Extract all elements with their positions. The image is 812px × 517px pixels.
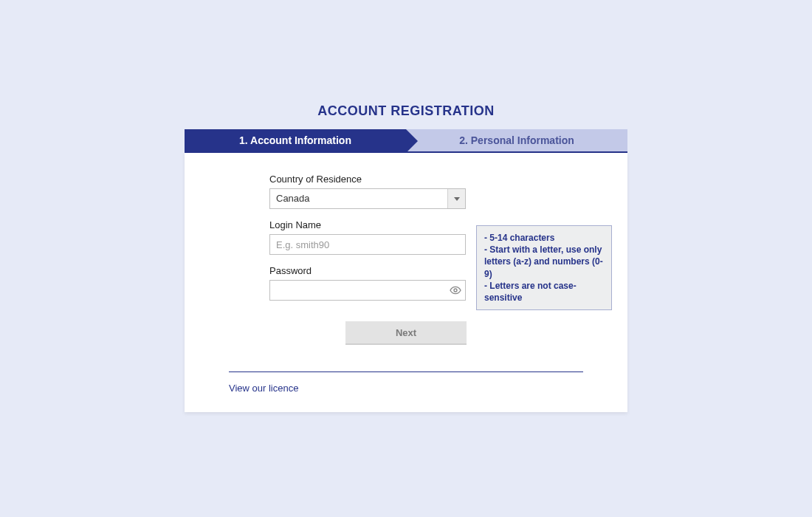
login-label: Login Name xyxy=(269,219,466,230)
login-hint-box: - 5-14 characters - Start with a letter,… xyxy=(476,225,612,310)
registration-panel: Country of Residence Canada Login Name P… xyxy=(185,153,627,412)
page-title: ACCOUNT REGISTRATION xyxy=(185,103,627,119)
step-label: 2. Personal Information xyxy=(459,134,574,146)
step-personal-information[interactable]: 2. Personal Information xyxy=(406,129,627,151)
stepper: 1. Account Information 2. Personal Infor… xyxy=(185,129,627,153)
hint-line: - Start with a letter, use only letters … xyxy=(484,244,604,280)
password-label: Password xyxy=(269,265,466,276)
step-account-information[interactable]: 1. Account Information xyxy=(185,129,406,151)
step-label: 1. Account Information xyxy=(239,134,351,146)
country-select[interactable]: Canada xyxy=(269,188,466,209)
hint-line: - 5-14 characters xyxy=(484,232,604,244)
next-button[interactable]: Next xyxy=(345,321,467,345)
eye-icon[interactable] xyxy=(450,284,461,296)
divider xyxy=(229,372,583,372)
password-input[interactable] xyxy=(269,280,466,301)
svg-point-0 xyxy=(454,289,457,292)
hint-line: - Letters are not case-sensitive xyxy=(484,280,604,304)
licence-link[interactable]: View our licence xyxy=(229,383,298,394)
country-label: Country of Residence xyxy=(269,174,466,185)
login-input[interactable] xyxy=(269,234,466,255)
